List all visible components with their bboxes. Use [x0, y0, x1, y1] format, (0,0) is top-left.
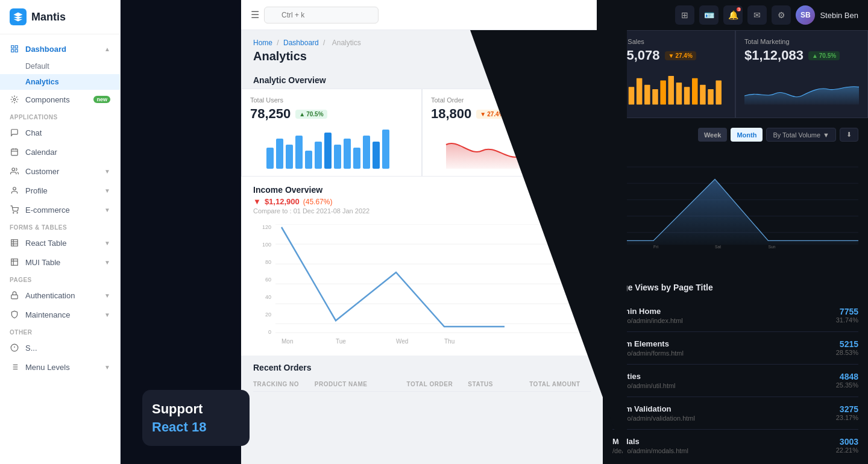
- menu-levels-icon: [10, 362, 19, 372]
- svg-rect-36: [324, 133, 332, 169]
- col-total-order: TOTAL ORDER: [407, 381, 468, 387]
- sidebar-item-ecommerce[interactable]: E-commerce ▼: [0, 200, 120, 219]
- mail-icon[interactable]: ✉: [747, 5, 767, 25]
- sidebar-item-calendar[interactable]: Calendar: [0, 142, 120, 161]
- sidebar-item-mui-table[interactable]: MUI Table ▼: [0, 252, 120, 272]
- card-total-order: Total Order 18,800 ▼ 27.4%: [422, 89, 603, 177]
- pv-title-4: Modals: [612, 437, 688, 446]
- svg-text:Mon: Mon: [281, 338, 293, 345]
- download-icon: ⬇: [846, 131, 852, 139]
- total-order-label: Total Order: [431, 96, 594, 104]
- btn-volume[interactable]: By Total Volume ▼: [766, 128, 836, 142]
- pv-path-2: /demo/admin/util.html: [612, 382, 676, 389]
- breadcrumb-dashboard[interactable]: Dashboard: [283, 39, 319, 47]
- popup-line1: Support: [152, 401, 240, 418]
- sidebar-item-customer[interactable]: Customer ▼: [0, 161, 120, 181]
- settings-icon[interactable]: ⚙: [772, 5, 791, 25]
- svg-rect-38: [344, 139, 351, 169]
- profile-chevron-icon: ▼: [104, 187, 110, 194]
- sidebar-sub-analytics[interactable]: Analytics: [0, 74, 120, 90]
- hamburger-icon[interactable]: ☰: [251, 9, 259, 20]
- btn-month[interactable]: Month: [731, 128, 763, 142]
- sidebar-item-chat[interactable]: Chat: [0, 123, 120, 142]
- topbar-right: ⊞ 🪪 🔔 3 ✉ ⚙ SB Stebin Ben: [597, 0, 868, 30]
- svg-point-11: [13, 213, 14, 213]
- svg-rect-66: [708, 89, 714, 105]
- y-label-60: 60: [265, 277, 271, 283]
- grid-icon[interactable]: ⊞: [675, 5, 694, 25]
- calendar-icon: [10, 147, 19, 157]
- chat-label: Chat: [25, 128, 42, 137]
- page-title: Analytics: [253, 49, 591, 63]
- sidebar-dashboard-label: Dashboard: [25, 45, 66, 54]
- pv-row-3: Form Validation /demo/admin/validation.h…: [612, 397, 858, 430]
- customer-label: Customer: [25, 167, 59, 176]
- sidebar-item-components[interactable]: Components new: [0, 90, 120, 109]
- pv-row-2: Utilities /demo/admin/util.html 4848 25.…: [612, 365, 858, 397]
- pv-count-3: 3275: [836, 404, 858, 414]
- svg-point-10: [13, 187, 16, 190]
- avatar[interactable]: SB: [796, 5, 815, 25]
- pv-path-0: /demo/admin/index.html: [612, 317, 683, 324]
- sidebar-item-react-table[interactable]: React Table ▼: [0, 233, 120, 252]
- svg-rect-20: [11, 295, 18, 298]
- chat-icon: [10, 128, 19, 137]
- dark-income-area-chart: Fri Sat Sun: [612, 148, 858, 268]
- pv-row-0: Admin Home /demo/admin/index.html 7755 3…: [612, 299, 858, 332]
- svg-text:Sat: Sat: [715, 245, 721, 249]
- sidebar-item-authentication[interactable]: Authentication ▼: [0, 286, 120, 305]
- customer-chevron-icon: ▼: [104, 168, 110, 175]
- svg-rect-0: [11, 46, 14, 48]
- sidebar-logo[interactable]: Mantis: [0, 0, 120, 34]
- sidebar-item-menu-levels[interactable]: Menu Levels ▼: [0, 357, 120, 377]
- sidebar-sub-default[interactable]: Default: [0, 58, 120, 74]
- marketing-up-icon: ▲: [812, 52, 818, 59]
- pv-row-4: Modals /demo/admin/modals.html 3003 22.2…: [612, 430, 858, 462]
- sample-label: S...: [25, 343, 37, 353]
- ecommerce-icon: [10, 205, 19, 215]
- btn-download[interactable]: ⬇: [840, 128, 858, 142]
- svg-rect-62: [676, 83, 682, 105]
- support-popup[interactable]: Support React 18: [142, 390, 250, 446]
- card-total-users: Total Users 78,250 ▲ 70.5%: [241, 89, 422, 177]
- svg-point-12: [17, 213, 17, 213]
- maintenance-icon: [10, 310, 19, 319]
- y-label-100: 100: [262, 242, 271, 248]
- total-order-badge: ▼ 27.4%: [476, 110, 508, 119]
- pv-pct-1: 28.53%: [836, 349, 858, 356]
- pv-title-2: Utilities: [612, 372, 676, 381]
- svg-rect-17: [11, 259, 18, 266]
- profile-icon: [10, 186, 19, 195]
- col-status: STATUS: [468, 381, 529, 387]
- notification-bell[interactable]: 🔔 3: [723, 5, 743, 25]
- y-label-20: 20: [265, 312, 271, 318]
- sidebar-nav: Dashboard ▲ Default Analytics Components…: [0, 34, 120, 464]
- ecommerce-label: E-commerce: [25, 205, 70, 215]
- pv-count-0: 7755: [836, 307, 858, 316]
- svg-rect-67: [715, 80, 722, 104]
- svg-text:Tue: Tue: [336, 338, 346, 345]
- authentication-label: Authentication: [25, 291, 75, 300]
- breadcrumb-analytics: Analytics: [332, 39, 361, 47]
- breadcrumb-home[interactable]: Home: [253, 39, 272, 47]
- svg-rect-40: [363, 136, 370, 169]
- sidebar-item-sample[interactable]: S...: [0, 338, 120, 357]
- user-card-icon[interactable]: 🪪: [699, 5, 719, 25]
- total-marketing-label: Total Marketing: [744, 38, 859, 45]
- sidebar-item-dashboard[interactable]: Dashboard ▲: [0, 39, 120, 58]
- btn-week[interactable]: Week: [698, 128, 728, 142]
- svg-rect-65: [700, 85, 706, 105]
- svg-text:Thu: Thu: [444, 338, 454, 345]
- total-sales-label: Total Sales: [612, 38, 726, 45]
- col-tracking: TRACKING NO: [253, 381, 315, 387]
- page-views-section: Page Views by Page Title Admin Home /dem…: [603, 277, 868, 462]
- calendar-label: Calendar: [25, 148, 57, 157]
- total-users-value: 78,250: [250, 106, 291, 122]
- svg-rect-32: [286, 145, 293, 169]
- pv-count-4: 3003: [836, 437, 858, 447]
- col-total-amount: TOTAL AMOUNT: [529, 381, 591, 387]
- sidebar-item-maintenance[interactable]: Maintenance ▼: [0, 305, 120, 324]
- sidebar-item-profile[interactable]: Profile ▼: [0, 181, 120, 200]
- y-label-40: 40: [265, 294, 271, 300]
- search-input[interactable]: [264, 7, 379, 24]
